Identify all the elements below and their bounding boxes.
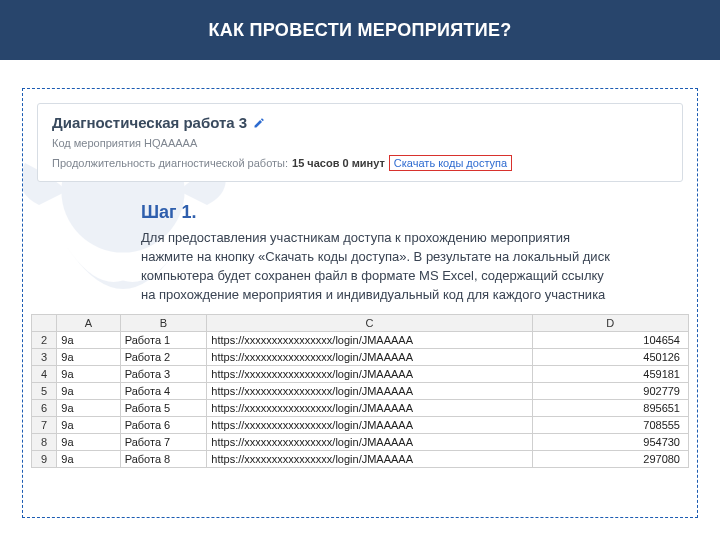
- excel-cell: Работа 8: [120, 451, 207, 468]
- excel-col-b: B: [120, 315, 207, 332]
- page-header: КАК ПРОВЕСТИ МЕРОПРИЯТИЕ?: [0, 0, 720, 60]
- excel-cell: Работа 4: [120, 383, 207, 400]
- excel-cell: Работа 1: [120, 332, 207, 349]
- event-card: Диагностическая работа 3 Код мероприятия…: [37, 103, 683, 182]
- table-row: 69аРабота 5https://xxxxxxxxxxxxxxxx/logi…: [32, 400, 689, 417]
- event-title: Диагностическая работа 3: [52, 114, 668, 131]
- excel-cell: 954730: [532, 434, 688, 451]
- excel-cell: 708555: [532, 417, 688, 434]
- excel-cell: Работа 7: [120, 434, 207, 451]
- excel-row-number: 5: [32, 383, 57, 400]
- table-row: 49аРабота 3https://xxxxxxxxxxxxxxxx/logi…: [32, 366, 689, 383]
- excel-row-number: 4: [32, 366, 57, 383]
- excel-cell: 9а: [57, 417, 120, 434]
- excel-cell: 895651: [532, 400, 688, 417]
- excel-cell: https://xxxxxxxxxxxxxxxx/login/JMAAAAA: [207, 332, 532, 349]
- event-title-text: Диагностическая работа 3: [52, 114, 247, 131]
- excel-cell: 9а: [57, 400, 120, 417]
- excel-col-d: D: [532, 315, 688, 332]
- excel-header-row: A B C D: [32, 315, 689, 332]
- excel-cell: 9а: [57, 434, 120, 451]
- event-code-row: Код мероприятия HQAAAAA: [52, 137, 668, 149]
- excel-cell: 104654: [532, 332, 688, 349]
- excel-cell: https://xxxxxxxxxxxxxxxx/login/JMAAAAA: [207, 400, 532, 417]
- excel-col-a: A: [57, 315, 120, 332]
- excel-cell: 297080: [532, 451, 688, 468]
- step-block: Шаг 1. Для предоставления участникам дос…: [141, 202, 683, 304]
- excel-row-number: 8: [32, 434, 57, 451]
- table-row: 79аРабота 6https://xxxxxxxxxxxxxxxx/logi…: [32, 417, 689, 434]
- excel-cell: Работа 2: [120, 349, 207, 366]
- step-description: Для предоставления участникам доступа к …: [141, 229, 611, 304]
- excel-cell: https://xxxxxxxxxxxxxxxx/login/JMAAAAA: [207, 349, 532, 366]
- content-frame: Диагностическая работа 3 Код мероприятия…: [22, 88, 698, 518]
- table-row: 39аРабота 2https://xxxxxxxxxxxxxxxx/logi…: [32, 349, 689, 366]
- excel-cell: 9а: [57, 349, 120, 366]
- table-row: 99аРабота 8https://xxxxxxxxxxxxxxxx/logi…: [32, 451, 689, 468]
- table-row: 29аРабота 1https://xxxxxxxxxxxxxxxx/logi…: [32, 332, 689, 349]
- excel-cell: 9а: [57, 451, 120, 468]
- excel-cell: 450126: [532, 349, 688, 366]
- page-title: КАК ПРОВЕСТИ МЕРОПРИЯТИЕ?: [208, 20, 511, 41]
- excel-cell: Работа 6: [120, 417, 207, 434]
- excel-cell: 902779: [532, 383, 688, 400]
- event-duration-value: 15 часов 0 минут: [292, 157, 385, 169]
- excel-cell: Работа 5: [120, 400, 207, 417]
- excel-cell: 9а: [57, 383, 120, 400]
- excel-cell: https://xxxxxxxxxxxxxxxx/login/JMAAAAA: [207, 451, 532, 468]
- event-code-value: HQAAAAA: [144, 137, 197, 149]
- excel-cell: https://xxxxxxxxxxxxxxxx/login/JMAAAAA: [207, 383, 532, 400]
- event-code-label: Код мероприятия: [52, 137, 141, 149]
- excel-preview: A B C D 29аРабота 1https://xxxxxxxxxxxxx…: [31, 314, 689, 468]
- table-row: 59аРабота 4https://xxxxxxxxxxxxxxxx/logi…: [32, 383, 689, 400]
- excel-cell: Работа 3: [120, 366, 207, 383]
- excel-col-c: C: [207, 315, 532, 332]
- step-title: Шаг 1.: [141, 202, 683, 223]
- excel-cell: https://xxxxxxxxxxxxxxxx/login/JMAAAAA: [207, 417, 532, 434]
- excel-row-number: 6: [32, 400, 57, 417]
- excel-corner-cell: [32, 315, 57, 332]
- event-duration-row: Продолжительность диагностической работы…: [52, 155, 668, 171]
- excel-cell: 9а: [57, 366, 120, 383]
- excel-cell: https://xxxxxxxxxxxxxxxx/login/JMAAAAA: [207, 366, 532, 383]
- download-codes-link[interactable]: Скачать коды доступа: [389, 155, 512, 171]
- excel-row-number: 2: [32, 332, 57, 349]
- table-row: 89аРабота 7https://xxxxxxxxxxxxxxxx/logi…: [32, 434, 689, 451]
- event-duration-label: Продолжительность диагностической работы…: [52, 157, 288, 169]
- pencil-icon[interactable]: [253, 117, 265, 129]
- excel-cell: 459181: [532, 366, 688, 383]
- excel-row-number: 9: [32, 451, 57, 468]
- excel-table: A B C D 29аРабота 1https://xxxxxxxxxxxxx…: [31, 314, 689, 468]
- excel-row-number: 7: [32, 417, 57, 434]
- excel-cell: 9а: [57, 332, 120, 349]
- excel-cell: https://xxxxxxxxxxxxxxxx/login/JMAAAAA: [207, 434, 532, 451]
- excel-row-number: 3: [32, 349, 57, 366]
